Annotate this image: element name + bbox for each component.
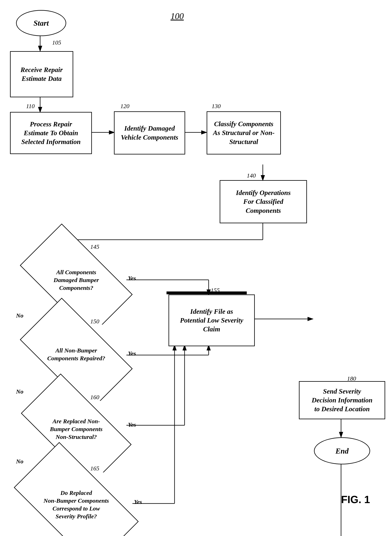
node-130: Classify Components As Structural or Non… — [207, 111, 281, 154]
diagram-container: 100 Start 105 Receive Repair Estimate Da… — [0, 0, 392, 536]
diamond-145: All Components Damaged Bumper Components… — [26, 250, 126, 310]
yes-label-160: Yes — [128, 421, 136, 428]
ref-180: 180 — [347, 375, 356, 382]
yes-label-145: Yes — [128, 275, 136, 282]
ref-105: 105 — [52, 39, 61, 46]
ref-150: 150 — [90, 318, 99, 325]
node-105: Receive Repair Estimate Data — [10, 51, 73, 97]
no-label-150: No — [16, 388, 23, 395]
ref-110: 110 — [26, 103, 35, 110]
fig-label: FIG. 1 — [341, 494, 370, 505]
ref-160: 160 — [90, 394, 99, 401]
ref-155: 155 — [211, 287, 220, 294]
start-ellipse: Start — [16, 10, 66, 36]
yes-label-150: Yes — [128, 350, 136, 357]
ref-130: 130 — [212, 103, 221, 110]
ref-165: 165 — [90, 465, 99, 472]
node-155: Identify File as Potential Low Severity … — [168, 294, 255, 346]
end-ellipse: End — [314, 437, 370, 464]
yes-label-165: Yes — [134, 499, 142, 505]
ref-140: 140 — [247, 172, 256, 179]
diamond-160: Are Replaced Non- Bumper Components Non-… — [26, 401, 126, 457]
ref-145: 145 — [90, 243, 99, 250]
node-120: Identify Damaged Vehicle Components — [114, 111, 185, 154]
node-180: Send Severity Decision Information to De… — [299, 381, 385, 419]
no-label-160: No — [16, 458, 23, 465]
no-label-145: No — [16, 312, 23, 319]
diagram-number: 100 — [171, 11, 184, 21]
node-140: Identify Operations For Classified Compo… — [220, 180, 307, 223]
node-110: Process Repair Estimate To Obtain Select… — [10, 112, 92, 154]
diamond-165: Do Replaced Non-Bumper Components Corres… — [20, 472, 132, 536]
diamond-150: All Non-Bumper Components Repaired? — [26, 325, 126, 384]
ref-120: 120 — [120, 103, 129, 110]
